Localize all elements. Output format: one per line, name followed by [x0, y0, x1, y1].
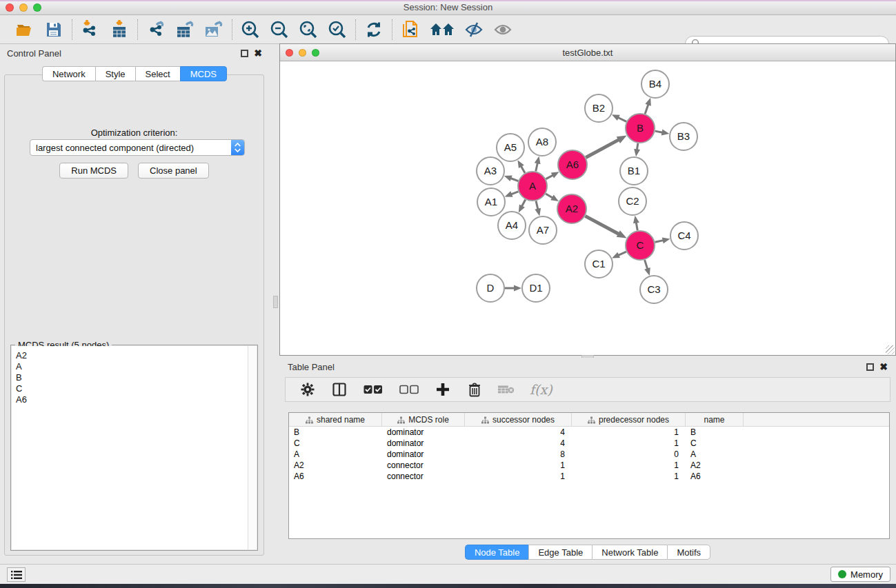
- edge-B-B1[interactable]: [637, 143, 637, 150]
- network-window-controls[interactable]: [286, 49, 319, 57]
- table-row[interactable]: Bdominator41B: [289, 427, 889, 438]
- tab-mcds[interactable]: MCDS: [180, 66, 227, 81]
- edge-A-A7[interactable]: [536, 201, 538, 209]
- window-controls[interactable]: [6, 3, 41, 12]
- column-header-shared-name[interactable]: shared name: [289, 413, 382, 427]
- network-graph[interactable]: B4B2BB3A8A5A6A3B1AA1C2A2A4A7C4CC1C3DD1: [281, 62, 896, 356]
- graph-node-A8[interactable]: A8: [528, 128, 556, 156]
- table-row[interactable]: Cdominator41C: [289, 438, 889, 449]
- cell-MCDS-role[interactable]: dominator: [382, 438, 465, 448]
- mcds-result-list[interactable]: A2ABCA6: [12, 346, 257, 549]
- graph-node-C[interactable]: C: [626, 231, 655, 260]
- graph-node-A5[interactable]: A5: [497, 134, 524, 161]
- column-header-successor-nodes[interactable]: successor nodes: [465, 413, 572, 427]
- tab-node-table[interactable]: Node Table: [465, 545, 529, 560]
- zoom-in-icon[interactable]: [241, 20, 260, 39]
- network-window-titlebar[interactable]: testGlobe.txt: [280, 44, 895, 61]
- save-session-icon[interactable]: [44, 20, 63, 39]
- edge-B-B4[interactable]: [645, 104, 648, 114]
- graph-node-B4[interactable]: B4: [641, 70, 669, 98]
- edge-A-A8[interactable]: [536, 163, 538, 171]
- table-row[interactable]: Adominator80A: [289, 449, 889, 460]
- export-table-icon[interactable]: [175, 20, 195, 39]
- gear-icon[interactable]: [299, 381, 316, 398]
- cell-successor-nodes[interactable]: 4: [465, 438, 572, 448]
- show-eye-icon[interactable]: [493, 20, 512, 39]
- cell-name[interactable]: A: [686, 449, 744, 459]
- cell-successor-nodes[interactable]: 8: [465, 449, 572, 459]
- cell-name[interactable]: C: [686, 438, 744, 448]
- zoom-window-button[interactable]: [33, 3, 41, 12]
- delete-table-icon[interactable]: [498, 381, 515, 398]
- tab-motifs[interactable]: Motifs: [667, 545, 710, 560]
- edge-A-A6[interactable]: [546, 175, 552, 179]
- edge-C-C4[interactable]: [655, 241, 663, 243]
- columns-icon[interactable]: [331, 381, 348, 398]
- network-minimize-button[interactable]: [299, 49, 306, 57]
- graph-node-C3[interactable]: C3: [640, 276, 668, 303]
- cell-name[interactable]: A2: [686, 460, 744, 470]
- edge-A6-B[interactable]: [586, 140, 619, 158]
- network-zoom-button[interactable]: [312, 49, 319, 57]
- graph-node-D1[interactable]: D1: [522, 274, 550, 302]
- network-close-button[interactable]: [286, 49, 293, 57]
- tab-network[interactable]: Network: [42, 66, 95, 81]
- table-float-panel-icon[interactable]: [866, 363, 874, 371]
- result-scrollbar[interactable]: [248, 346, 257, 549]
- cell-name[interactable]: B: [686, 427, 744, 437]
- import-network-icon[interactable]: [81, 20, 100, 39]
- minimize-window-button[interactable]: [19, 3, 28, 12]
- cell-predecessor-nodes[interactable]: 0: [572, 449, 686, 459]
- edge-A2-C[interactable]: [585, 216, 619, 234]
- export-network-icon[interactable]: [146, 20, 166, 39]
- close-window-button[interactable]: [6, 3, 14, 12]
- zoom-out-icon[interactable]: [270, 20, 289, 39]
- cell-MCDS-role[interactable]: connector: [382, 472, 465, 481]
- network-canvas[interactable]: B4B2BB3A8A5A6A3B1AA1C2A2A4A7C4CC1C3DD1: [281, 62, 895, 354]
- run-mcds-button[interactable]: Run MCDS: [59, 163, 128, 179]
- edge-A-A2[interactable]: [546, 194, 552, 198]
- refresh-icon[interactable]: [364, 20, 384, 39]
- column-header-MCDS-role[interactable]: MCDS role: [382, 413, 465, 427]
- cell-predecessor-nodes[interactable]: 1: [572, 472, 686, 481]
- open-session-icon[interactable]: [15, 20, 34, 39]
- import-table-icon[interactable]: [110, 20, 129, 39]
- edge-A-A1[interactable]: [511, 192, 519, 194]
- graph-node-B3[interactable]: B3: [670, 123, 697, 150]
- edge-B-B2[interactable]: [618, 117, 626, 121]
- tab-edge-table[interactable]: Edge Table: [528, 545, 592, 560]
- cell-MCDS-role[interactable]: connector: [382, 460, 465, 470]
- column-header-predecessor-nodes[interactable]: predecessor nodes: [572, 413, 686, 427]
- result-item[interactable]: A2: [16, 350, 257, 361]
- table-close-panel-icon[interactable]: ✖: [879, 363, 888, 371]
- tab-style[interactable]: Style: [95, 66, 135, 81]
- export-image-icon[interactable]: [204, 20, 223, 39]
- column-header-name[interactable]: name: [686, 413, 744, 427]
- edge-C-C3[interactable]: [645, 260, 648, 269]
- tab-select[interactable]: Select: [135, 66, 180, 81]
- graph-node-A1[interactable]: A1: [477, 188, 505, 216]
- close-panel-button[interactable]: Close panel: [138, 163, 209, 179]
- cell-shared-name[interactable]: B: [289, 427, 382, 437]
- cell-successor-nodes[interactable]: 1: [465, 460, 572, 470]
- tab-network-table[interactable]: Network Table: [592, 545, 667, 560]
- result-item[interactable]: B: [16, 372, 257, 383]
- cell-successor-nodes[interactable]: 4: [465, 427, 572, 437]
- table-body[interactable]: Bdominator41BCdominator41CAdominator80AA…: [289, 427, 889, 482]
- trash-icon[interactable]: [466, 381, 483, 398]
- checked-boxes-icon[interactable]: [363, 381, 384, 398]
- cell-predecessor-nodes[interactable]: 1: [572, 460, 686, 470]
- edge-C-C1[interactable]: [618, 252, 626, 255]
- edge-A-A4[interactable]: [521, 199, 525, 206]
- graph-node-C4[interactable]: C4: [670, 222, 698, 250]
- table-header-row[interactable]: shared nameMCDS rolesuccessor nodesprede…: [289, 413, 889, 427]
- graph-node-A[interactable]: A: [518, 172, 547, 201]
- optimization-criterion-dropdown[interactable]: largest connected component (directed): [30, 139, 245, 156]
- vertical-split-handle[interactable]: [273, 296, 278, 308]
- graph-node-A7[interactable]: A7: [529, 216, 557, 244]
- graph-node-D[interactable]: D: [477, 274, 504, 302]
- table-row[interactable]: A6connector11A6: [289, 471, 889, 482]
- graph-node-A2[interactable]: A2: [557, 194, 586, 223]
- cell-successor-nodes[interactable]: 1: [465, 472, 572, 481]
- float-panel-icon[interactable]: [241, 50, 248, 57]
